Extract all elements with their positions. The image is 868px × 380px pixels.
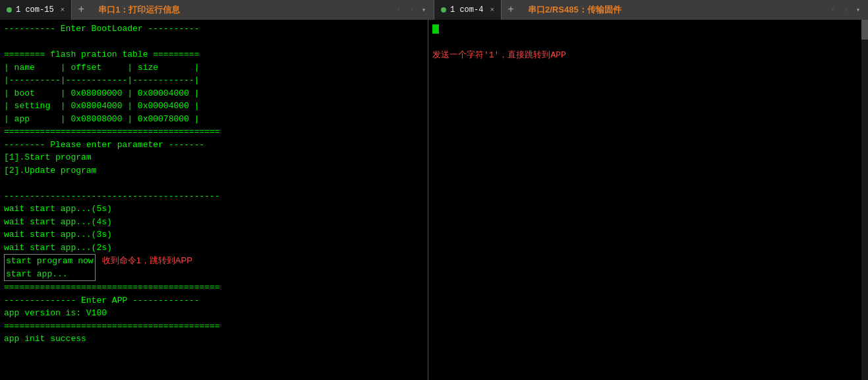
after-line-5: app init success [4,332,424,346]
terminal-cursor [432,24,439,34]
dropdown-left[interactable]: ▾ [419,5,428,15]
left-terminal[interactable]: ---------- Enter BootLoader ---------- =… [0,20,428,380]
tab-left-label: 1 com-15 [16,5,54,15]
tab-bar-left: 1 com-15 × + 串口1：打印运行信息 ‹ › ▾ [0,0,434,20]
nav-arrows-right: ‹ › ▾ [823,4,868,16]
line-15: wait start app...(5s) [4,203,424,216]
tab-add-left[interactable]: + [72,0,90,20]
line-10: -------- Please enter parameter ------- [4,139,424,152]
line-1: ---------- Enter BootLoader ---------- [4,22,424,36]
line-18: wait start app...(2s) [4,241,424,255]
main-content: ---------- Enter BootLoader ---------- =… [0,20,868,380]
tab-right-close[interactable]: × [490,6,494,14]
highlight-line-2: start app... [6,268,94,281]
line-7: | setting | 0x08004000 | 0x00004000 | [4,100,424,113]
tab-dot-left [7,7,12,13]
right-terminal[interactable]: 发送一个字符'1'，直接跳转到APP [428,20,868,380]
nav-right-arrow-left[interactable]: › [407,4,417,16]
line-9: ========================================… [4,125,424,139]
right-red-message: 发送一个字符'1'，直接跳转到APP [432,49,864,62]
tab-bar-right: 1 com-4 × + 串口2/RS485：传输固件 ‹ › ▾ [434,0,868,20]
tab-title-right: 串口2/RS485：传输固件 [520,4,629,16]
line-11: [1].Start program [4,151,424,164]
nav-left-arrow-left[interactable]: ‹ [394,4,404,16]
tab-bar: 1 com-15 × + 串口1：打印运行信息 ‹ › ▾ 1 com-4 × … [0,0,868,20]
line-5: |----------|------------|------------| [4,74,424,87]
highlighted-text-block: start program now start app... [4,254,96,281]
tab-right-com4[interactable]: 1 com-4 × [434,0,502,20]
line-13 [4,177,424,190]
dropdown-right[interactable]: ▾ [854,5,863,15]
line-2 [4,36,424,49]
highlight-line-1: start program now [6,255,94,268]
line-17: wait start app...(3s) [4,228,424,241]
after-line-3: app version is: V100 [4,307,424,320]
tab-left-com15[interactable]: 1 com-15 × [0,0,72,20]
after-line-1: ========================================… [4,281,424,294]
nav-left-arrow-right[interactable]: ‹ [828,4,838,16]
tab-right-label: 1 com-4 [450,5,483,15]
tab-add-right[interactable]: + [502,0,520,20]
line-12: [2].Update program [4,164,424,177]
highlight-row: start program now start app... 收到命令1，跳转到… [4,254,424,281]
tab-dot-right [441,7,446,13]
line-4: | name | offset | size | [4,61,424,75]
nav-arrows-left: ‹ › ▾ [389,4,434,16]
after-line-2: -------------- Enter APP ------------- [4,294,424,307]
scrollbar-thumb[interactable] [861,20,868,40]
right-message-container: 发送一个字符'1'，直接跳转到APP [432,49,864,62]
line-8: | app | 0x08008000 | 0x00078000 | [4,113,424,126]
line-14: ----------------------------------------… [4,190,424,203]
inline-red-text: 收到命令1，跳转到APP [102,254,192,267]
tab-title-left: 串口1：打印运行信息 [90,4,188,16]
line-16: wait start app...(4s) [4,216,424,229]
right-scrollbar[interactable] [861,20,868,380]
line-3: ======== flash pration table ========= [4,48,424,61]
tab-left-close[interactable]: × [61,6,65,14]
nav-right-arrow-right[interactable]: › [841,4,851,16]
after-line-4: ========================================… [4,320,424,333]
line-6: | boot | 0x08000000 | 0x00004000 | [4,87,424,100]
